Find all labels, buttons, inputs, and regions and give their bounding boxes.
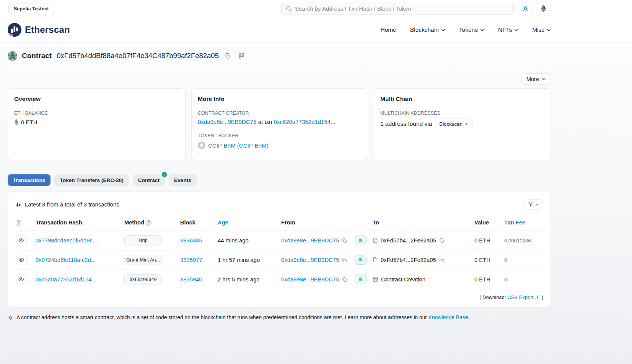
multichain-card: Multi Chain MULTICHAIN ADDRESSES 1 addre… bbox=[374, 88, 551, 160]
eth-balance-label: ETH BALANCE bbox=[14, 110, 179, 116]
block-link[interactable]: 3836335 bbox=[180, 237, 202, 244]
col-txn-hash: Transaction Hash bbox=[33, 215, 121, 231]
view-txn-details-button[interactable] bbox=[16, 274, 27, 284]
copy-icon[interactable] bbox=[342, 277, 347, 282]
tab-token-transfers[interactable]: Token Transfers (ERC-20) bbox=[54, 174, 129, 186]
tab-transactions-label: Transactions bbox=[13, 177, 45, 183]
download-bracket-close: ] bbox=[541, 294, 543, 300]
footer-note: A contract address hosts a smart contrac… bbox=[8, 315, 551, 321]
txn-hash-link[interactable]: 0x7798dcdaec0f6dd9c... bbox=[36, 237, 97, 244]
contract-address: 0xFd57b4ddBf88a4e07fF4e34C487b99af2Fe82a… bbox=[57, 52, 219, 60]
network-selector-button[interactable] bbox=[536, 2, 551, 15]
nav-tokens-label: Tokens bbox=[459, 26, 478, 33]
help-icon[interactable]: ? bbox=[146, 220, 151, 226]
tab-events[interactable]: Events bbox=[169, 174, 197, 186]
primary-nav: Home Blockchain Tokens NFTs Misc bbox=[381, 26, 551, 33]
eye-icon bbox=[18, 237, 24, 243]
direction-badge: IN bbox=[355, 236, 366, 245]
copy-icon[interactable] bbox=[342, 238, 347, 243]
creation-txn-link[interactable]: 0xc620a77352d1d154... bbox=[274, 119, 335, 125]
nav-home[interactable]: Home bbox=[381, 26, 396, 33]
value-cell: 0 ETH bbox=[474, 257, 490, 263]
method-badge[interactable]: 0x60c06040 bbox=[124, 274, 162, 284]
network-badge[interactable]: Sepolia Testnet bbox=[8, 3, 54, 14]
txn-hash-link[interactable]: 0xc620a77352d1d154... bbox=[36, 276, 96, 283]
col-from: From bbox=[278, 215, 352, 231]
nav-blockchain[interactable]: Blockchain bbox=[410, 26, 445, 33]
chevron-down-icon bbox=[441, 29, 445, 31]
age-value: 2 hrs 5 mins ago bbox=[218, 276, 259, 283]
help-icon[interactable]: ? bbox=[16, 220, 21, 226]
token-tracker-label: TOKEN TRACKER bbox=[198, 133, 362, 138]
sort-icon bbox=[16, 202, 22, 208]
at-txn-text: at txn bbox=[258, 119, 272, 125]
overview-card: Overview ETH BALANCE 0 ETH bbox=[8, 88, 186, 160]
creator-address-link[interactable]: 0xda9e8e...9EB9DC75 bbox=[198, 119, 256, 125]
tab-events-label: Events bbox=[174, 177, 191, 183]
copy-icon[interactable] bbox=[439, 257, 444, 263]
block-link[interactable]: 3835977 bbox=[180, 257, 202, 263]
token-tracker-link[interactable]: CCIP-BnM (CCIP-BnM) bbox=[208, 142, 269, 149]
col-age-toggle[interactable]: Age bbox=[218, 219, 228, 226]
chevron-down-icon bbox=[535, 203, 539, 206]
contract-creator-label: CONTRACT CREATOR bbox=[198, 110, 362, 116]
multichain-addresses-label: MULTICHAIN ADDRESSES bbox=[380, 110, 544, 116]
from-address-link[interactable]: 0xda9e8e...9EB9DC75 bbox=[281, 276, 339, 283]
main-header: Etherscan Home Blockchain Tokens NFTs Mi… bbox=[0, 17, 632, 43]
blockscan-label: Blockscan bbox=[439, 121, 463, 127]
transactions-panel: Latest 3 from a total of 3 transactions … bbox=[8, 192, 551, 307]
multichain-title: Multi Chain bbox=[380, 96, 544, 102]
method-badge[interactable]: Drip bbox=[124, 235, 162, 245]
eth-glyph-icon bbox=[14, 119, 18, 125]
multichain-found-text: 1 address found via bbox=[380, 120, 432, 127]
chevron-down-icon bbox=[542, 78, 546, 80]
nav-misc[interactable]: Misc bbox=[532, 26, 551, 33]
chevron-down-icon bbox=[480, 29, 484, 31]
to-address: 0xFd57b4...2Fe82a05 bbox=[381, 237, 436, 244]
method-badge[interactable]: Grant Mint An... bbox=[124, 255, 162, 265]
page-title: Contract bbox=[22, 52, 52, 60]
block-link[interactable]: 3835940 bbox=[180, 276, 202, 283]
col-to: To bbox=[370, 215, 471, 231]
tab-contract[interactable]: Contract ✓ bbox=[133, 174, 165, 186]
qr-code-button[interactable] bbox=[236, 51, 246, 61]
lightbulb-icon bbox=[8, 315, 14, 321]
sun-icon bbox=[522, 5, 529, 12]
search-input[interactable] bbox=[295, 5, 510, 12]
tab-contract-label: Contract bbox=[138, 177, 160, 183]
blockscan-dropdown-button[interactable]: Blockscan bbox=[435, 119, 473, 129]
nav-tokens[interactable]: Tokens bbox=[459, 26, 484, 33]
copy-address-button[interactable] bbox=[223, 51, 233, 61]
view-txn-details-button[interactable] bbox=[16, 255, 27, 265]
download-bracket-open: [ bbox=[479, 294, 481, 300]
chevron-down-icon bbox=[547, 29, 551, 31]
copy-icon[interactable] bbox=[439, 238, 444, 243]
col-txn-fee-toggle[interactable]: Txn Fee bbox=[504, 219, 525, 226]
from-address-link[interactable]: 0xda9e8e...9EB9DC75 bbox=[281, 237, 339, 244]
csv-export-link[interactable]: CSV Export bbox=[507, 294, 533, 300]
view-txn-details-button[interactable] bbox=[16, 235, 27, 245]
ethereum-icon bbox=[541, 5, 546, 12]
copy-icon[interactable] bbox=[342, 257, 347, 263]
filter-button[interactable] bbox=[524, 199, 543, 210]
verified-check-icon: ✓ bbox=[161, 172, 167, 177]
to-address: 0xFd57b4...2Fe82a05 bbox=[381, 257, 436, 263]
search-bar[interactable] bbox=[281, 2, 514, 15]
txn-fee-cell: 0 bbox=[504, 257, 507, 263]
footer-note-suffix: . bbox=[468, 315, 469, 320]
qr-code-icon bbox=[238, 53, 244, 59]
search-icon bbox=[285, 5, 295, 12]
funnel-icon bbox=[528, 202, 533, 207]
tab-transactions[interactable]: Transactions bbox=[8, 174, 50, 186]
page-body: Contract 0xFd57b4ddBf88a4e07fF4e34C487b9… bbox=[0, 43, 632, 364]
overview-title: Overview bbox=[14, 96, 179, 102]
txn-hash-link[interactable]: 0x0724bdf9c118afc2d... bbox=[36, 257, 96, 263]
nav-nfts[interactable]: NFTs bbox=[498, 26, 518, 33]
from-address-link[interactable]: 0xda9e8e...9EB9DC75 bbox=[281, 257, 339, 263]
more-dropdown-button[interactable]: More bbox=[521, 73, 551, 84]
header-divider bbox=[8, 69, 551, 69]
theme-toggle-button[interactable] bbox=[518, 2, 533, 15]
knowledge-base-link[interactable]: Knowledge Base bbox=[428, 315, 468, 320]
etherscan-logo[interactable]: Etherscan bbox=[8, 23, 70, 37]
contract-header: Contract 0xFd57b4ddBf88a4e07fF4e34C487b9… bbox=[8, 43, 551, 61]
